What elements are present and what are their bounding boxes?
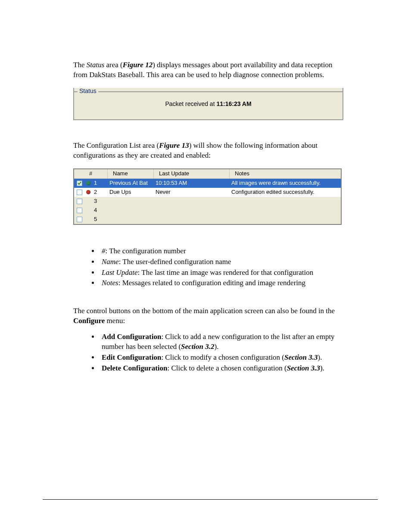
row-checkbox[interactable] <box>77 217 82 222</box>
definition-text: : The configuration number <box>106 247 186 255</box>
header-number[interactable]: # <box>74 169 108 179</box>
status-time: 11:16:23 AM <box>216 100 251 107</box>
row-number: 3 <box>92 197 108 206</box>
row-notes: All images were drawn successfully. <box>230 179 341 188</box>
section-ref: Section 3.3 <box>284 353 318 361</box>
text: The <box>73 61 87 69</box>
row-name: Previous At Bat <box>108 179 154 188</box>
row-notes <box>230 197 341 206</box>
definition-term: Last Update <box>102 268 138 277</box>
row-checkbox[interactable] <box>77 180 82 186</box>
row-lastupdate <box>154 197 230 206</box>
list-item: #: The configuration number <box>99 246 341 256</box>
table-row[interactable]: 3 <box>74 197 341 206</box>
text: ). <box>320 364 324 372</box>
row-name <box>108 206 154 215</box>
list-item: Delete Configuration: Click to delete a … <box>99 364 341 373</box>
row-name <box>108 197 154 206</box>
section-ref: Section 3.3 <box>287 364 320 372</box>
row-notes: Configuration edited successfully. <box>230 188 341 197</box>
status-legend: Status <box>79 87 97 95</box>
row-checkbox-cell <box>74 188 84 197</box>
row-lastupdate: Never <box>154 188 230 197</box>
text: The control buttons on the bottom of the… <box>73 307 335 315</box>
row-checkbox-cell <box>74 179 84 188</box>
text: area ( <box>104 61 122 69</box>
row-indicator-cell <box>84 179 92 188</box>
list-item: Edit Configuration: Click to modify a ch… <box>99 353 341 363</box>
table-row[interactable]: 5 <box>74 215 341 224</box>
row-number: 2 <box>92 188 108 197</box>
text: Packet received at <box>165 100 216 107</box>
grid-header: # Name Last Update Notes <box>74 169 341 179</box>
row-checkbox[interactable] <box>77 190 82 195</box>
text: menu: <box>105 317 125 325</box>
list-item: Add Configuration: Click to add a new co… <box>99 332 341 352</box>
text-bold: Configure <box>73 317 105 325</box>
list-item: Name: The user-defined configuration nam… <box>99 257 341 267</box>
row-name: Due Ups <box>108 188 154 197</box>
configuration-list-grid: # Name Last Update Notes 1Previous At Ba… <box>73 168 342 225</box>
definition-text: : The user-defined configuration name <box>119 258 231 266</box>
figure-ref: Figure 13 <box>159 141 189 149</box>
text: ). <box>318 353 322 361</box>
footer-rule <box>43 499 378 500</box>
table-row[interactable]: 1Previous At Bat10:10:53 AMAll images we… <box>74 179 341 188</box>
grid-body: 1Previous At Bat10:10:53 AMAll images we… <box>74 179 341 224</box>
row-checkbox-cell <box>74 215 84 224</box>
row-checkbox-cell <box>74 197 84 206</box>
row-checkbox[interactable] <box>77 199 82 204</box>
row-lastupdate <box>154 215 230 224</box>
operation-name: Edit Configuration <box>102 353 161 361</box>
header-name[interactable]: Name <box>108 169 154 179</box>
config-list-description: The Configuration List area (Figure 13) … <box>73 141 341 161</box>
row-lastupdate <box>154 206 230 215</box>
row-number: 5 <box>92 215 108 224</box>
green-dot-icon <box>86 181 90 185</box>
table-row[interactable]: 2Due UpsNeverConfiguration edited succes… <box>74 188 341 197</box>
row-number: 4 <box>92 206 108 215</box>
status-description: The Status area (Figure 12) displays mes… <box>73 60 341 80</box>
red-dot-icon <box>86 190 90 194</box>
status-groupbox: Status Packet received at 11:16:23 AM <box>73 88 343 120</box>
row-number: 1 <box>92 179 108 188</box>
text: ). <box>215 342 219 351</box>
definition-term: Notes <box>102 279 118 287</box>
row-notes <box>230 206 341 215</box>
figure-ref: Figure 12 <box>123 61 153 69</box>
row-notes <box>230 215 341 224</box>
header-lastupdate[interactable]: Last Update <box>154 169 230 179</box>
row-indicator-cell <box>84 188 92 197</box>
table-row[interactable]: 4 <box>74 206 341 215</box>
row-lastupdate: 10:10:53 AM <box>154 179 230 188</box>
definition-text: : The last time an image was rendered fo… <box>138 268 314 277</box>
row-indicator-cell <box>84 197 92 206</box>
definition-term: Name <box>102 258 119 266</box>
operation-text: : Click to modify a chosen configuration… <box>161 353 284 361</box>
row-indicator-cell <box>84 215 92 224</box>
operation-name: Delete Configuration <box>102 364 168 372</box>
row-checkbox-cell <box>74 206 84 215</box>
row-checkbox[interactable] <box>77 208 82 213</box>
control-buttons-description: The control buttons on the bottom of the… <box>73 306 341 326</box>
row-indicator-cell <box>84 206 92 215</box>
text: The Configuration List area ( <box>73 141 159 149</box>
definition-text: : Messages related to configuration edit… <box>118 279 305 287</box>
operations-list: Add Configuration: Click to add a new co… <box>73 332 341 373</box>
text-italic: Status <box>87 61 105 69</box>
header-notes[interactable]: Notes <box>230 169 341 179</box>
operation-text: : Click to delete a chosen configuration… <box>168 364 287 372</box>
section-ref: Section 3.2 <box>181 342 214 351</box>
field-definitions-list: #: The configuration numberName: The use… <box>73 246 341 289</box>
definition-term: # <box>102 247 106 255</box>
list-item: Notes: Messages related to configuration… <box>99 278 341 288</box>
operation-name: Add Configuration <box>102 333 161 341</box>
list-item: Last Update: The last time an image was … <box>99 268 341 278</box>
row-name <box>108 215 154 224</box>
status-message: Packet received at 11:16:23 AM <box>74 100 342 108</box>
